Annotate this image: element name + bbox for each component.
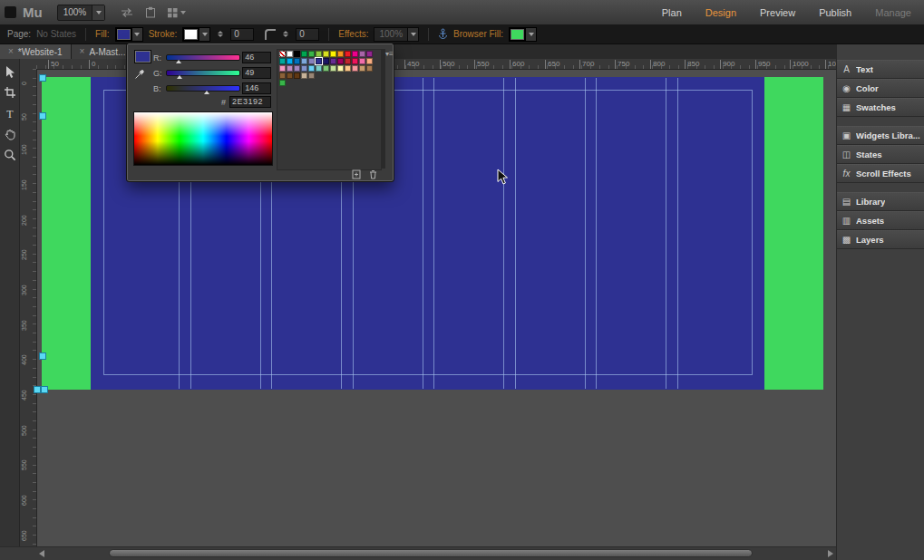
channel-value-field[interactable]: 46 [242,52,271,63]
panel-item-states[interactable]: ◫States [837,145,924,164]
scroll-right-icon[interactable] [828,550,833,557]
selection-tool-icon[interactable] [2,64,18,79]
channel-value-field[interactable]: 146 [242,82,271,94]
color-swatch[interactable] [308,51,315,57]
color-swatch[interactable] [294,51,300,57]
effects-opacity-select[interactable]: 100% [374,27,419,42]
stroke-dropdown-arrow-icon[interactable] [199,28,209,41]
no-color-swatch[interactable] [279,51,286,57]
color-swatch[interactable] [287,65,293,72]
color-swatch[interactable] [366,51,373,57]
zoom-tool-icon[interactable] [2,148,18,162]
color-swatch[interactable] [359,65,365,72]
channel-marker[interactable] [204,91,209,94]
corner-radius-field[interactable]: 0 [296,28,319,41]
trash-icon[interactable] [368,169,378,181]
vertical-ruler[interactable]: 050100150200250300350400450500550600650 [20,69,37,546]
color-swatch[interactable] [279,72,286,79]
tab-close-icon[interactable]: × [8,47,14,56]
color-swatch[interactable] [316,51,322,57]
color-swatch[interactable] [323,51,329,57]
color-swatch[interactable] [287,51,293,57]
color-swatch[interactable] [308,65,315,72]
color-swatch[interactable] [279,58,286,64]
channel-value-field[interactable]: 49 [242,67,271,79]
panel-item-scroll-effects[interactable]: fxScroll Effects [837,164,924,183]
channel-marker[interactable] [177,75,182,79]
color-swatch[interactable] [352,58,358,64]
menu-manage[interactable]: Manage [875,7,911,18]
color-swatch[interactable] [345,51,351,57]
stroke-color-picker[interactable] [182,27,210,42]
document-tab-0[interactable]: ×*Website-1 [0,44,72,59]
color-swatch[interactable] [359,58,365,64]
selection-handle[interactable] [34,386,41,393]
menu-design[interactable]: Design [705,7,736,18]
grid-view-icon[interactable] [167,7,186,18]
color-swatch[interactable] [294,58,300,64]
color-swatch[interactable] [316,65,322,72]
eyedropper-icon[interactable] [134,68,146,82]
color-swatch[interactable] [337,51,344,57]
color-swatch[interactable] [287,58,293,64]
channel-marker[interactable] [176,60,181,63]
color-swatch[interactable] [308,72,315,79]
hex-value-field[interactable]: 2E3192 [229,96,271,108]
new-swatch-icon[interactable] [352,169,362,181]
scroll-left-icon[interactable] [39,550,44,557]
color-swatch[interactable] [294,65,300,72]
color-swatch[interactable] [301,58,307,64]
color-swatch[interactable] [323,58,329,64]
tab-close-icon[interactable]: × [80,47,85,56]
panel-item-widgets-libra-[interactable]: ▣Widgets Libra... [837,126,924,145]
page-states-value[interactable]: No States [36,29,76,39]
color-swatch[interactable] [330,58,336,64]
text-tool-icon[interactable]: T [2,106,18,121]
menu-preview[interactable]: Preview [760,7,795,18]
color-swatch[interactable] [279,80,286,86]
panel-item-swatches[interactable]: ▦Swatches [837,98,924,117]
swatch-scrollbar[interactable] [382,49,385,169]
stroke-color-chip[interactable] [183,28,199,41]
color-swatch[interactable] [352,65,358,72]
channel-slider[interactable] [166,53,238,63]
selection-handle[interactable] [39,352,46,360]
selection-handle[interactable] [39,74,46,82]
color-swatch[interactable] [316,58,322,64]
browser-fill-color-chip[interactable] [510,28,525,41]
browser-fill-dropdown-arrow-icon[interactable] [525,28,536,41]
color-swatch[interactable] [308,58,315,64]
zoom-dropdown-arrow-icon[interactable] [92,5,104,20]
color-swatch[interactable] [330,51,336,57]
browser-fill-color-picker[interactable] [509,27,537,42]
color-swatch[interactable] [366,58,373,64]
color-swatch[interactable] [301,65,307,72]
swatch-menu-icon[interactable]: ▾≡ [385,51,394,58]
channel-slider[interactable] [166,83,238,94]
crop-tool-icon[interactable] [2,85,18,100]
color-swatch[interactable] [279,65,286,72]
effects-dropdown-arrow-icon[interactable] [407,28,418,41]
stroke-width-stepper[interactable] [218,31,223,37]
panel-item-layers[interactable]: ▩Layers [837,230,924,249]
color-spectrum-field[interactable] [133,111,273,166]
color-swatch[interactable] [294,72,300,79]
scrollbar-thumb[interactable] [109,549,753,557]
color-swatch[interactable] [345,58,351,64]
color-swatch[interactable] [345,65,351,72]
selection-handle[interactable] [39,112,46,120]
color-swatch[interactable] [366,65,373,72]
selection-handle[interactable] [41,386,48,393]
channel-track[interactable] [166,85,240,92]
clipboard-icon[interactable] [145,6,156,18]
panel-item-color[interactable]: ◉Color [837,79,924,98]
document-tab-1[interactable]: ×A-Mast... [72,44,135,59]
stroke-width-field[interactable]: 0 [230,28,254,41]
color-swatch[interactable] [337,65,344,72]
swap-arrows-icon[interactable] [120,7,134,18]
menu-publish[interactable]: Publish [819,7,851,18]
zoom-level-select[interactable]: 100% [57,5,106,21]
color-swatch[interactable] [337,58,344,64]
fill-color-picker[interactable] [115,27,143,42]
panel-item-library[interactable]: ▤Library [837,192,924,211]
